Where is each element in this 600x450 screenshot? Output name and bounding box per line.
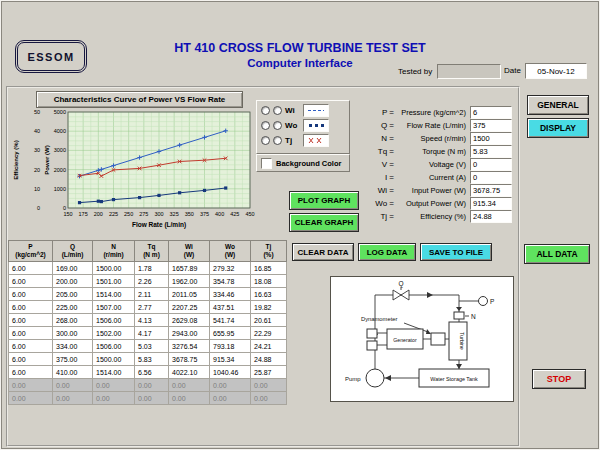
param-label: Output Power (W) [397, 199, 470, 208]
table-row: 0.000.000.000.000.000.000.00 [9, 379, 287, 392]
table-cell: 541.74 [210, 314, 251, 327]
system-diagram-panel: Q Dynamometer N P Generator Turbine Pump… [330, 276, 514, 402]
param-value-field[interactable]: 1500 [470, 132, 512, 145]
clear-graph-button[interactable]: CLEAR GRAPH [289, 213, 359, 232]
svg-text:1000: 1000 [54, 186, 66, 192]
tested-by-label: Tested by [398, 67, 432, 76]
table-cell: 169.00 [53, 262, 93, 275]
svg-text:150: 150 [63, 211, 72, 217]
param-value-field[interactable]: 24.88 [470, 210, 512, 223]
param-row: Tq =Torque (N m)5.83 [368, 145, 512, 158]
param-value-field[interactable]: 6 [470, 106, 512, 119]
table-cell: 6.00 [9, 275, 53, 288]
table-row: 0.000.000.000.000.000.000.00 [9, 392, 287, 405]
table-cell: 6.00 [9, 301, 53, 314]
date-field[interactable]: 05-Nov-12 [525, 63, 587, 79]
table-cell: 300.00 [53, 327, 93, 340]
table-cell: 1962.00 [169, 275, 210, 288]
svg-text:300: 300 [154, 211, 163, 217]
table-row: 6.00268.001506.004.132629.08541.7420.61 [9, 314, 287, 327]
series-radio[interactable] [261, 106, 270, 115]
param-label: Efficiency (%) [397, 212, 470, 221]
table-row: 6.00410.001514.006.564022.101040.4625.87 [9, 366, 287, 379]
param-value-field[interactable]: 5.83 [470, 145, 512, 158]
power-vs-flowrate-chart: 1501752002252502753003253503754004254500… [10, 106, 260, 238]
series-style-swatch[interactable] [303, 119, 329, 132]
param-value-field[interactable]: 0 [470, 158, 512, 171]
param-value-field[interactable]: 3678.75 [470, 184, 512, 197]
plot-graph-button[interactable]: PLOT GRAPH [289, 191, 359, 210]
table-cell: 6.00 [9, 353, 53, 366]
stop-button[interactable]: STOP [532, 369, 586, 389]
table-cell: 2011.05 [169, 288, 210, 301]
series-radio[interactable] [261, 121, 270, 130]
table-row: 6.00205.001514.002.112011.05334.4616.63 [9, 288, 287, 301]
param-value-field[interactable]: 0 [470, 171, 512, 184]
table-cell: 6.00 [9, 262, 53, 275]
svg-text:4000: 4000 [54, 128, 66, 134]
series-radio[interactable] [273, 136, 282, 145]
page-title: HT 410 CROSS FLOW TURBINE TEST SET [100, 41, 500, 55]
series-label: Wi [285, 106, 300, 115]
table-cell: 2943.00 [169, 327, 210, 340]
table-header-row: P(kg/cm^2)Q(L/min)N(r/min)Tq(N m)Wi(W)Wo… [9, 241, 287, 262]
table-cell: 205.00 [53, 288, 93, 301]
series-radio[interactable] [273, 121, 282, 130]
tested-by-field[interactable] [437, 64, 501, 79]
series-style-swatch[interactable] [303, 134, 329, 147]
table-cell: 0.00 [93, 392, 135, 405]
background-color-checkbox[interactable] [261, 158, 272, 169]
date-label: Date [504, 66, 521, 75]
valve-symbol [393, 290, 401, 300]
param-row: Wi =Input Power (W)3678.75 [368, 184, 512, 197]
log-data-button[interactable]: LOG DATA [358, 243, 416, 261]
general-button[interactable]: GENERAL [527, 95, 589, 115]
table-row: 6.00225.001507.002.772207.25437.5119.82 [9, 301, 287, 314]
all-data-button[interactable]: ALL DATA [524, 244, 590, 264]
table-cell: 0.00 [169, 379, 210, 392]
table-cell: 6.00 [9, 288, 53, 301]
table-cell: 6.00 [9, 340, 53, 353]
param-label: Pressure (kg/cm^2) [397, 108, 470, 117]
param-label: Voltage (V) [397, 160, 470, 169]
param-value-field[interactable]: 915.34 [470, 197, 512, 210]
essom-logo: ESSOM [15, 40, 87, 73]
svg-text:30: 30 [34, 147, 40, 153]
table-cell: 0.00 [135, 379, 169, 392]
series-label: Tj [285, 136, 300, 145]
system-diagram: Q Dynamometer N P Generator Turbine Pump… [331, 277, 511, 399]
svg-text:275: 275 [139, 211, 148, 217]
save-to-file-button[interactable]: SAVE TO FILE [420, 243, 492, 261]
column-header: Wo(W) [210, 241, 251, 262]
table-cell: 354.78 [210, 275, 251, 288]
legend-row: Wo [261, 118, 349, 133]
param-label: Current (A) [397, 173, 470, 182]
series-radio[interactable] [261, 136, 270, 145]
svg-text:375: 375 [200, 211, 209, 217]
table-cell: 0.00 [251, 392, 287, 405]
display-button[interactable]: DISPLAY [527, 118, 589, 138]
table-cell: 0.00 [93, 379, 135, 392]
series-style-swatch[interactable] [303, 104, 329, 117]
svg-text:425: 425 [230, 211, 239, 217]
table-cell: 1.78 [135, 262, 169, 275]
svg-text:40: 40 [34, 128, 40, 134]
table-cell: 1040.46 [210, 366, 251, 379]
table-cell: 4.17 [135, 327, 169, 340]
table-cell: 0.00 [210, 379, 251, 392]
param-row: I =Current (A)0 [368, 171, 512, 184]
table-cell: 334.46 [210, 288, 251, 301]
legend-rows: WiWoTj [261, 103, 349, 148]
param-symbol: Tq = [368, 147, 397, 156]
table-cell: 24.88 [251, 353, 287, 366]
column-header: Wi(W) [169, 241, 210, 262]
table-cell: 16.85 [251, 262, 287, 275]
dynamometer-label: Dynamometer [361, 316, 397, 322]
p-label: P [490, 298, 494, 305]
table-cell: 0.00 [9, 379, 53, 392]
table-cell: 1501.00 [93, 275, 135, 288]
series-radio[interactable] [273, 106, 282, 115]
param-value-field[interactable]: 375 [470, 119, 512, 132]
clear-data-button[interactable]: CLEAR DATA [292, 243, 354, 261]
table-cell: 20.61 [251, 314, 287, 327]
